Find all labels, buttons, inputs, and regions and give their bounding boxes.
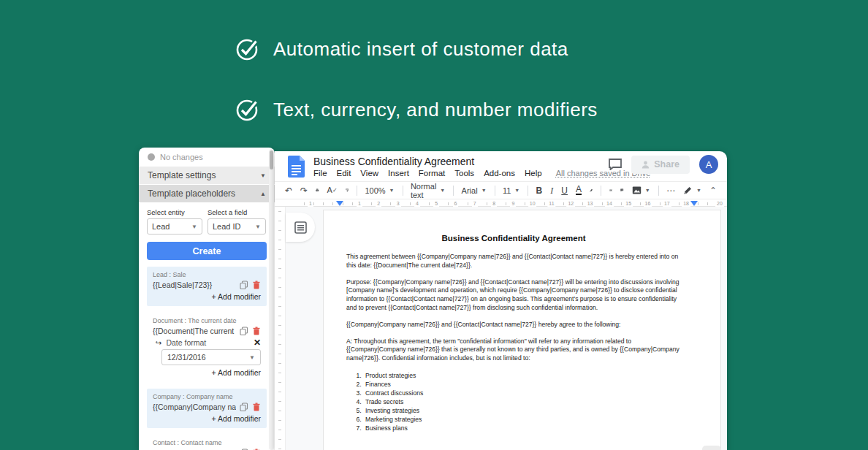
font-size-select[interactable]: 11▼ xyxy=(503,186,519,195)
entity-select-value: Lead xyxy=(152,222,170,231)
copy-icon[interactable] xyxy=(240,327,248,335)
menu-file[interactable]: File xyxy=(313,169,327,178)
feature-text: Automatic insert of customer data xyxy=(273,38,568,61)
undo-icon[interactable]: ↶ xyxy=(285,186,292,195)
font-value: Arial xyxy=(462,186,478,195)
vertical-ruler[interactable] xyxy=(275,207,286,450)
page-background: Automatic insert of customer data Text, … xyxy=(0,0,868,450)
copy-icon[interactable] xyxy=(240,403,248,411)
insert-link-icon[interactable] xyxy=(609,186,612,195)
entity-select[interactable]: Lead ▼ xyxy=(147,218,202,234)
google-docs-window: Business Confidentiality Agreement File … xyxy=(275,151,727,450)
panel-scrollbar[interactable] xyxy=(269,149,274,450)
font-family-select[interactable]: Arial▼ xyxy=(462,186,487,195)
feature-item: Automatic insert of customer data xyxy=(234,35,598,63)
italic-button[interactable]: I xyxy=(550,186,553,195)
share-button[interactable]: Share xyxy=(631,156,690,174)
date-format-select[interactable]: 12/31/2016 ▼ xyxy=(161,349,261,365)
document-page[interactable]: Business Confidentiality Agreement This … xyxy=(323,210,721,450)
section-template-placeholders[interactable]: Template placeholders ▲ xyxy=(139,184,275,202)
menu-addons[interactable]: Add-ons xyxy=(484,169,515,178)
ruler-number: 7 xyxy=(472,200,478,207)
insert-image-icon xyxy=(632,186,642,195)
docs-toolbar: ↶ ↷ A✓ 100%▼ Normal text▼ Arial▼ 11▼ B xyxy=(275,181,727,199)
menu-insert[interactable]: Insert xyxy=(388,169,409,178)
panel-body: Select entity Lead ▼ Select a field Lead… xyxy=(139,202,275,450)
document-paragraph: A: Throughout this agreement, the term "… xyxy=(346,338,681,363)
trash-icon[interactable] xyxy=(252,281,261,289)
font-size-value: 11 xyxy=(503,186,511,195)
highlight-color-icon[interactable] xyxy=(590,186,593,195)
menu-view[interactable]: View xyxy=(360,169,378,178)
spell-check-icon[interactable]: A✓ xyxy=(327,186,338,194)
add-modifier-link[interactable]: + Add modifier xyxy=(153,292,261,301)
chevron-down-icon: ▼ xyxy=(260,172,266,179)
placeholder-card-company: Company : Company name {{Company|Company… xyxy=(147,389,267,428)
field-select[interactable]: Lead ID ▼ xyxy=(208,218,266,234)
template-addon-panel: No changes Template settings ▼ Template … xyxy=(139,148,275,450)
document-title[interactable]: Business Confidentiality Agreement xyxy=(313,156,650,167)
horizontal-ruler[interactable]: 112345678910111213141516171820 xyxy=(275,199,727,207)
select-entity-label: Select entity xyxy=(147,208,202,216)
list-item: Contract discussions xyxy=(363,389,681,397)
outline-icon xyxy=(294,221,307,234)
right-indent-marker[interactable] xyxy=(690,201,698,206)
print-icon[interactable] xyxy=(316,186,319,195)
account-avatar[interactable]: A xyxy=(699,155,718,174)
paint-format-icon[interactable] xyxy=(346,186,349,195)
document-paragraph: {{Company|Company name|726}} and {{Conta… xyxy=(346,321,681,329)
underline-button[interactable]: U xyxy=(561,186,568,195)
document-paragraph: This agreement between {{Company|Company… xyxy=(346,253,681,270)
trash-icon[interactable] xyxy=(252,403,261,411)
panel-scrollbar-thumb[interactable] xyxy=(270,150,273,169)
comments-icon[interactable] xyxy=(609,159,622,170)
placeholder-card-contact: Contact : Contact name {{Contact|Contact… xyxy=(147,435,267,450)
ruler-number: 1 xyxy=(357,200,362,207)
zoom-select[interactable]: 100%▼ xyxy=(365,186,394,195)
list-item: Marketing strategies xyxy=(363,415,681,424)
feature-list: Automatic insert of customer data Text, … xyxy=(234,35,598,123)
add-modifier-link[interactable]: + Add modifier xyxy=(153,368,261,377)
trash-icon[interactable] xyxy=(252,327,261,335)
add-modifier-link[interactable]: + Add modifier xyxy=(153,414,261,423)
document-numbered-list: Product strategies Finances Contract dis… xyxy=(363,371,681,432)
insert-image-select[interactable]: ▼ xyxy=(632,186,650,195)
ruler-number: 3 xyxy=(395,200,401,207)
field-select-value: Lead ID xyxy=(213,222,241,231)
chevron-down-icon: ▼ xyxy=(249,354,255,361)
copy-icon[interactable] xyxy=(240,281,248,289)
add-comment-icon[interactable] xyxy=(620,186,623,195)
menu-help[interactable]: Help xyxy=(525,169,542,178)
menu-edit[interactable]: Edit xyxy=(337,169,351,178)
close-icon[interactable]: ✕ xyxy=(254,338,261,347)
placeholder-title: Contact : Contact name xyxy=(153,439,261,446)
document-outline-button[interactable] xyxy=(286,213,315,242)
section-label: Template placeholders xyxy=(148,188,235,199)
ruler-number: 8 xyxy=(491,200,497,207)
ruler-number: 1 xyxy=(308,200,313,207)
pencil-icon xyxy=(683,186,693,195)
chevron-down-icon: ▼ xyxy=(191,224,197,230)
more-options-button[interactable]: ⋯ xyxy=(666,186,675,195)
explore-button-corner[interactable] xyxy=(702,446,721,450)
date-format-value: 12/31/2016 xyxy=(167,353,206,362)
menu-format[interactable]: Format xyxy=(419,169,445,178)
bold-button[interactable]: B xyxy=(536,186,543,195)
left-indent-marker[interactable] xyxy=(336,201,343,206)
feature-item: Text, currency, and number modifiers xyxy=(234,96,598,123)
hide-menus-button[interactable]: ⌃ xyxy=(709,186,717,195)
google-docs-icon[interactable] xyxy=(288,156,305,178)
document-paragraph: Purpose: {{Company|Company name|726}} an… xyxy=(346,278,681,313)
create-button[interactable]: Create xyxy=(147,242,267,260)
section-template-settings[interactable]: Template settings ▼ xyxy=(139,166,275,184)
ruler-number: 11 xyxy=(547,200,555,207)
chevron-up-icon: ▲ xyxy=(260,191,266,197)
list-item: Trade secrets xyxy=(363,397,681,406)
redo-icon[interactable]: ↷ xyxy=(300,186,308,195)
text-color-button[interactable]: A xyxy=(576,186,582,195)
ruler-number: 17 xyxy=(663,200,671,207)
share-label: Share xyxy=(654,159,679,169)
paragraph-style-select[interactable]: Normal text▼ xyxy=(411,182,445,199)
menu-tools[interactable]: Tools xyxy=(454,169,474,178)
editing-mode-select[interactable]: ▼ xyxy=(683,186,701,195)
